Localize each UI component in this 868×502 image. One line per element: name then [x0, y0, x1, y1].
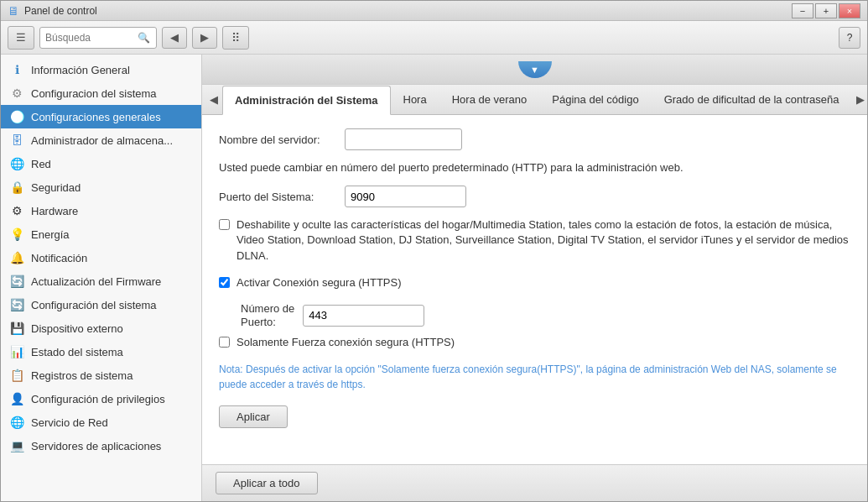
- tab-contrasena[interactable]: Grado de dificultad de la contraseña: [652, 85, 852, 114]
- tab-codigo-label: Página del código: [552, 93, 638, 106]
- storage-icon: 🗄: [9, 133, 24, 148]
- sidebar-item-label: Energía: [31, 228, 70, 241]
- https-port-label: Número de Puerto:: [241, 302, 294, 328]
- search-icon: 🔍: [138, 32, 150, 44]
- main-panel: ▼ ◀ Administración del Sistema Hora Hora…: [202, 55, 867, 501]
- server-name-label: Nombre del servidor:: [219, 133, 336, 146]
- https-checkbox[interactable]: [219, 277, 230, 288]
- server-name-row: Nombre del servidor:: [219, 128, 850, 150]
- sidebar-item-system-config[interactable]: ⚙ Configuracion del sistema: [1, 81, 201, 105]
- sidebar-item-label: Seguridad: [31, 181, 81, 194]
- top-area: ▼: [202, 55, 867, 85]
- tab-nav-left-button[interactable]: ◀: [205, 88, 222, 112]
- sidebar-item-label: Hardware: [31, 205, 78, 217]
- sidebar-item-label: Notificación: [31, 252, 87, 264]
- close-button[interactable]: ×: [839, 3, 860, 18]
- force-https-row: Solamente Fuerza conexión segura (HTTPS): [219, 335, 850, 350]
- search-input[interactable]: [45, 32, 138, 44]
- firmware-icon: 🔄: [9, 274, 24, 289]
- https-label: Activar Conexión segura (HTTPS): [236, 275, 402, 290]
- sidebar-item-label: Estado del sistema: [31, 346, 123, 358]
- hardware-icon: ⚙: [9, 203, 24, 218]
- sys-config2-icon: 🔄: [9, 297, 24, 312]
- disable-multimedia-checkbox[interactable]: [219, 219, 230, 230]
- help-button[interactable]: ?: [839, 27, 860, 49]
- system-port-row: Puerto del Sistema:: [219, 186, 850, 207]
- tab-hora-verano[interactable]: Hora de verano: [439, 85, 540, 114]
- general-icon: 🔵: [9, 109, 24, 124]
- tab-admin-label: Administración del Sistema: [235, 94, 378, 107]
- sidebar-item-label: Servicio de Red: [31, 416, 108, 429]
- sidebar-item-sys-config2[interactable]: 🔄 Configuración del sistema: [1, 293, 201, 316]
- sidebar-item-energy[interactable]: 💡 Energía: [1, 222, 201, 246]
- system-port-input[interactable]: [345, 186, 466, 207]
- sidebar-item-firmware[interactable]: 🔄 Actualización del Firmware: [1, 269, 201, 293]
- search-box: 🔍: [39, 27, 157, 49]
- sidebar-item-external[interactable]: 💾 Dispositivo externo: [1, 316, 201, 340]
- apps-button[interactable]: ⠿: [222, 26, 249, 50]
- system-port-label: Puerto del Sistema:: [219, 191, 336, 203]
- network-icon: 🌐: [9, 156, 24, 171]
- title-controls: − + ×: [792, 3, 860, 18]
- privileges-icon: 👤: [9, 391, 24, 406]
- sidebar-item-label: Configuracion del sistema: [31, 87, 157, 100]
- system-config-icon: ⚙: [9, 86, 24, 101]
- sidebar-item-network[interactable]: 🌐 Red: [1, 152, 201, 175]
- sidebar-item-storage[interactable]: 🗄 Administrador de almacena...: [1, 128, 201, 152]
- sidebar: ℹ Información General ⚙ Configuracion de…: [1, 55, 202, 501]
- sidebar-item-hardware[interactable]: ⚙ Hardware: [1, 199, 201, 222]
- tab-nav-right-icon: ▶: [856, 93, 865, 106]
- window-icon: 🖥: [8, 4, 19, 18]
- energy-icon: 💡: [9, 227, 24, 242]
- tab-admin[interactable]: Administración del Sistema: [222, 86, 391, 115]
- tab-codigo[interactable]: Página del código: [539, 85, 651, 114]
- sidebar-item-label: Red: [31, 158, 51, 170]
- sidebar-item-label: Dispositivo externo: [31, 322, 123, 335]
- sidebar-item-info[interactable]: ℹ Información General: [1, 58, 201, 81]
- sidebar-item-notifications[interactable]: 🔔 Notificación: [1, 246, 201, 269]
- server-name-input[interactable]: [345, 128, 462, 150]
- sidebar-item-status[interactable]: 📊 Estado del sistema: [1, 340, 201, 363]
- title-bar: 🖥 Panel de control − + ×: [1, 1, 867, 21]
- sidebar-item-label: Administrador de almacena...: [31, 134, 173, 147]
- https-row: Activar Conexión segura (HTTPS): [219, 275, 850, 290]
- sidebar-item-net-service[interactable]: 🌐 Servicio de Red: [1, 410, 201, 434]
- https-port-input[interactable]: [303, 305, 424, 327]
- external-icon: 💾: [9, 321, 24, 336]
- bottom-bar: Aplicar a todo: [202, 464, 867, 501]
- sidebar-toggle-button[interactable]: ☰: [8, 26, 34, 50]
- apply-button[interactable]: Aplicar: [219, 405, 288, 428]
- back-button[interactable]: ◀: [162, 27, 187, 49]
- sidebar-item-security[interactable]: 🔒 Seguridad: [1, 175, 201, 199]
- main-window: 🖥 Panel de control − + × ☰ 🔍 ◀ ▶ ⠿ ?: [0, 0, 868, 502]
- tab-nav-right-button[interactable]: ▶: [852, 88, 867, 112]
- disable-multimedia-label: Deshabilite y oculte las características…: [236, 217, 850, 264]
- title-bar-left: 🖥 Panel de control: [8, 4, 97, 18]
- sidebar-item-label: Registros de sistema: [31, 369, 133, 382]
- sidebar-item-logs[interactable]: 📋 Registros de sistema: [1, 363, 201, 387]
- net-service-icon: 🌐: [9, 415, 24, 430]
- apply-all-button[interactable]: Aplicar a todo: [216, 472, 318, 494]
- toolbar: ☰ 🔍 ◀ ▶ ⠿ ?: [1, 21, 867, 55]
- https-port-row: Número de Puerto:: [241, 302, 850, 328]
- disable-multimedia-row: Deshabilite y oculte las características…: [219, 217, 850, 264]
- https-port-label-line2: Puerto:: [241, 316, 276, 328]
- sidebar-item-label: Configuración del sistema: [31, 299, 157, 311]
- maximize-button[interactable]: +: [815, 3, 837, 18]
- security-icon: 🔒: [9, 180, 24, 195]
- force-https-checkbox[interactable]: [219, 337, 230, 348]
- port-description: Usted puede cambiar en número del puerto…: [219, 160, 850, 175]
- sidebar-item-general[interactable]: 🔵 Configuraciones generales: [1, 105, 201, 128]
- https-port-label-line1: Número de: [241, 302, 294, 315]
- logs-icon: 📋: [9, 368, 24, 383]
- sidebar-item-label: Configuraciones generales: [31, 111, 161, 123]
- forward-button[interactable]: ▶: [192, 27, 217, 49]
- note-text: Nota: Después de activar la opción "Sola…: [219, 362, 850, 392]
- chevron-down-icon: ▼: [518, 61, 552, 78]
- sidebar-item-privileges[interactable]: 👤 Configuración de privilegios: [1, 387, 201, 410]
- sidebar-item-app-servers[interactable]: 💻 Servidores de aplicaciones: [1, 434, 201, 458]
- back-icon: ◀: [170, 31, 179, 44]
- tab-hora[interactable]: Hora: [391, 85, 439, 114]
- minimize-button[interactable]: −: [792, 3, 813, 18]
- force-https-label: Solamente Fuerza conexión segura (HTTPS): [236, 335, 455, 350]
